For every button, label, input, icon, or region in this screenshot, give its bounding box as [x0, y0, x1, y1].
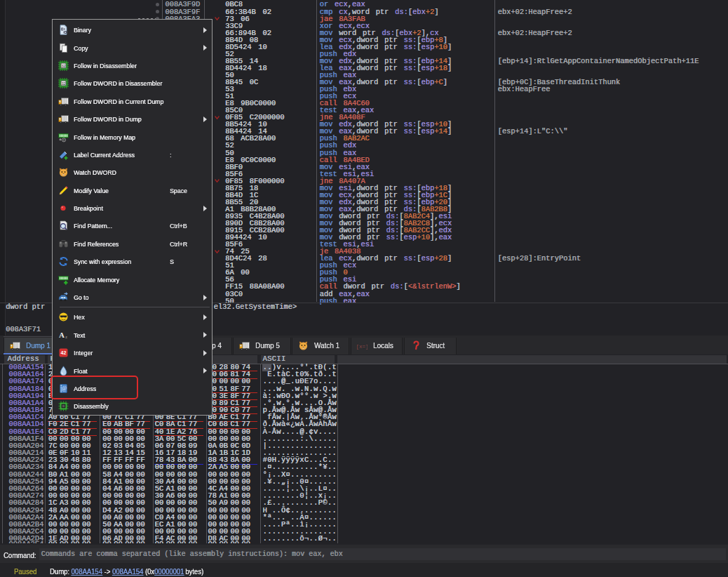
svg-text:32: 32: [61, 81, 65, 86]
svg-text:[x=]: [x=]: [357, 344, 368, 350]
svg-text:A: A: [59, 331, 65, 339]
svg-text:z: z: [65, 335, 67, 339]
svg-text:32: 32: [61, 64, 65, 68]
svg-text:42: 42: [60, 351, 66, 356]
